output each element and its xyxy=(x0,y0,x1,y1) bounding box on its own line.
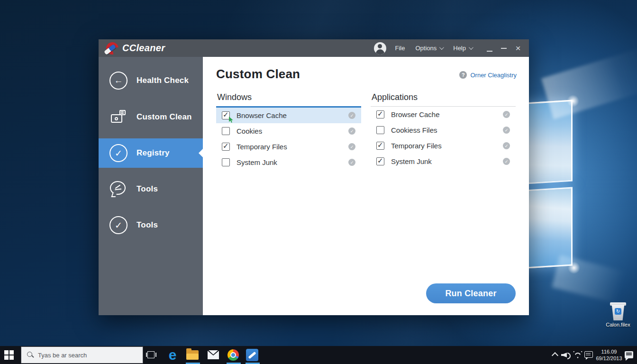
mail-icon xyxy=(208,351,219,359)
status-check-icon: ✓ xyxy=(348,143,355,150)
chevron-down-icon xyxy=(439,45,444,50)
status-check-icon: ✓ xyxy=(503,158,510,165)
menu-file[interactable]: File xyxy=(395,45,405,52)
taskbar-search[interactable] xyxy=(21,346,143,364)
checkbox[interactable] xyxy=(376,157,384,165)
menu-help[interactable]: Help xyxy=(453,45,472,52)
ccleaner-logo-icon xyxy=(105,42,119,55)
sidebar-item-tools-2[interactable]: ✓ Tools xyxy=(99,210,203,240)
checkbox[interactable] xyxy=(376,142,384,150)
sidebar-item-registry[interactable]: ✓ Registry xyxy=(99,138,203,168)
option-label: Bnowser Cache xyxy=(237,111,287,119)
sidebar-item-health-check[interactable]: ← Health Check xyxy=(99,66,203,95)
wifi-icon[interactable] xyxy=(573,351,582,358)
option-label: Browser Cache xyxy=(391,110,440,118)
tray-chevron-up-icon[interactable] xyxy=(550,351,560,359)
taskbar-chrome-button[interactable] xyxy=(227,348,240,362)
chrome-icon xyxy=(228,349,239,361)
recycle-bin-shortcut[interactable]: ↻ Calon.filex xyxy=(603,301,633,328)
taskbar-edge-button[interactable]: e xyxy=(166,348,179,362)
close-button[interactable]: × xyxy=(511,39,525,57)
start-button[interactable] xyxy=(4,350,14,360)
option-label: System Junk xyxy=(391,157,432,165)
status-check-icon: ✓ xyxy=(503,142,510,149)
option-row-system-junk[interactable]: System Junk ✓ xyxy=(216,155,361,170)
taskbar-clock[interactable]: 116.09 69/12/2013 xyxy=(595,348,623,362)
titlebar[interactable]: CCleaner File Options Help × xyxy=(99,39,529,57)
checkbox[interactable] xyxy=(222,158,230,166)
sidebar-item-tools[interactable]: Tools xyxy=(99,174,203,204)
checkbox[interactable] xyxy=(376,110,384,118)
taskbar-ccleaner-button[interactable] xyxy=(246,348,259,362)
desktop: ↻ Calon.filex CCleaner File Options Help… xyxy=(0,0,637,364)
option-label: Temporary Files xyxy=(237,143,287,151)
chat-tool-icon xyxy=(109,180,128,199)
sidebar-item-label: Health Check xyxy=(136,76,189,85)
sidebar-item-label: Custom Clean xyxy=(136,112,192,122)
option-label: Cookiess Files xyxy=(391,126,437,134)
volume-icon[interactable] xyxy=(561,351,571,359)
option-label: System Junk xyxy=(237,158,277,166)
search-input[interactable] xyxy=(38,352,133,359)
sidebar-item-custom-clean[interactable]: Custom Clean xyxy=(99,102,203,132)
task-view-button[interactable] xyxy=(146,351,156,359)
option-row-cookiess-files[interactable]: Cookiess Files ✓ xyxy=(371,122,516,138)
sidebar: ← Health Check Custom Clean ✓ Registry xyxy=(99,57,203,315)
arrow-left-circle-icon: ← xyxy=(109,71,128,90)
edge-icon: e xyxy=(169,349,177,361)
status-check-icon: ✓ xyxy=(503,111,510,118)
status-check-icon: ✓ xyxy=(348,127,355,135)
minimize-button[interactable] xyxy=(482,39,497,57)
menu-options[interactable]: Options xyxy=(415,45,443,52)
app-title: CCleaner xyxy=(122,43,165,54)
taskbar-mail-button[interactable] xyxy=(207,348,220,362)
clock-date: 69/12/2013 xyxy=(595,355,623,362)
maximize-button[interactable] xyxy=(497,39,511,57)
column-header: Windows xyxy=(216,92,361,108)
checkbox[interactable] xyxy=(222,111,230,119)
option-row-cookies[interactable]: Cookies ✓ xyxy=(216,123,361,139)
sidebar-item-label: Tools xyxy=(136,184,158,194)
checkbox[interactable] xyxy=(222,143,230,151)
action-center-icon[interactable] xyxy=(625,351,633,358)
column-header: Applications xyxy=(371,92,516,107)
check-circle-icon: ✓ xyxy=(109,216,128,235)
column-applications: Applications Browser Cache ✓ Cookiess Fi… xyxy=(371,92,516,169)
option-row-browser-cache[interactable]: Bnowser Cache ✓ xyxy=(216,108,361,123)
sidebar-item-label: Registry xyxy=(136,148,170,158)
help-link-label: Orner Cleaglistry xyxy=(470,72,517,79)
recycle-bin-icon: ↻ xyxy=(610,301,626,320)
ccleaner-window: CCleaner File Options Help × ← Health Ch… xyxy=(99,39,529,315)
help-link[interactable]: ? Orner Cleaglistry xyxy=(459,71,517,79)
user-avatar-icon[interactable] xyxy=(374,42,386,55)
file-explorer-icon xyxy=(186,350,199,360)
option-row-system-junk[interactable]: System Junk ✓ xyxy=(371,154,516,169)
maximize-icon xyxy=(501,48,507,49)
clock-time: 116.09 xyxy=(595,348,623,355)
option-label: Cookies xyxy=(237,127,262,135)
app-logo: CCleaner xyxy=(105,42,165,55)
selected-item-notch xyxy=(199,149,203,157)
status-check-icon: ✓ xyxy=(503,127,510,134)
check-circle-icon: ✓ xyxy=(109,144,128,163)
status-check-icon: ✓ xyxy=(348,112,355,119)
checkbox[interactable] xyxy=(376,126,384,134)
wallpaper-glow xyxy=(568,262,580,274)
search-icon xyxy=(27,352,34,358)
option-row-temporary-files[interactable]: Temporary Files ✓ xyxy=(216,139,361,155)
sidebar-item-label: Tools xyxy=(136,220,158,230)
checkbox[interactable] xyxy=(222,127,230,135)
column-windows: Windows Bnowser Cache ✓ Cookies ✓ Tempor… xyxy=(216,92,361,170)
cursor-icon xyxy=(228,117,234,123)
taskbar: e 116.09 69/12/2013 xyxy=(0,346,637,364)
taskbar-explorer-button[interactable] xyxy=(186,348,199,362)
chevron-down-icon xyxy=(469,45,473,50)
run-cleaner-button[interactable]: Run Cleaner xyxy=(426,283,516,303)
option-label: Temporary Files xyxy=(391,142,442,150)
minimize-icon xyxy=(487,51,492,52)
option-row-temporary-files[interactable]: Temporary Files ✓ xyxy=(371,138,516,154)
clean-box-icon xyxy=(109,108,128,127)
option-row-browser-cache[interactable]: Browser Cache ✓ xyxy=(371,107,516,122)
notification-icon[interactable] xyxy=(584,351,593,358)
page-title: Custom Clean xyxy=(216,67,300,82)
